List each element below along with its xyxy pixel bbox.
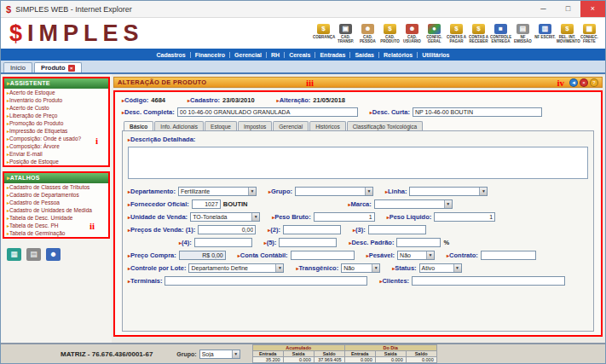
menu-item-entradas[interactable]: Entradas <box>315 52 349 58</box>
close-button[interactable]: × <box>580 1 605 17</box>
assistente-item[interactable]: Liberação de Preço <box>4 112 108 119</box>
preco-2-input[interactable] <box>283 225 341 234</box>
maximize-button[interactable]: □ <box>556 1 580 17</box>
clientes-input[interactable] <box>412 276 565 286</box>
assistente-item[interactable]: Promoção do Produto <box>4 119 108 127</box>
grid-icon[interactable]: ▦ <box>7 248 21 261</box>
terminais-label: Terminais: <box>128 277 162 285</box>
codigo-label: Código: <box>122 96 148 104</box>
assistente-item[interactable]: Acerto de Estoque <box>4 89 108 96</box>
marca-select[interactable] <box>374 199 453 209</box>
users-icon[interactable]: ☻ <box>46 248 61 261</box>
menu-item-relatorios[interactable]: Relatórios <box>378 52 417 58</box>
assistente-item[interactable]: Enviar E-mail <box>4 150 108 158</box>
product-form: Código: 4684 Cadastro: 23/03/2010 Altera… <box>113 90 603 337</box>
assistente-item[interactable]: Posição de Estoque <box>4 158 108 165</box>
assistente-item[interactable]: Composição: Onde é usado? <box>4 135 108 142</box>
preco-3-input[interactable] <box>368 225 426 234</box>
toolbar-button[interactable]: $REL. INT. MOVIMENTO <box>557 23 578 43</box>
codigo-value: 4684 <box>151 96 165 104</box>
departamento-select[interactable]: Fertilizante <box>178 187 257 196</box>
conta-contabil-input[interactable] <box>291 251 355 260</box>
toolbar-button[interactable]: ▤NF EMISSÃO <box>512 23 534 43</box>
preco-compra-label: Preço Compra: <box>128 251 176 259</box>
fornecedor-codigo-input[interactable] <box>192 199 221 209</box>
clientes-label: Clientes: <box>379 277 409 285</box>
toolbar-button[interactable]: ▦CONHEC. FRETE <box>579 23 600 43</box>
grupo-select[interactable] <box>295 187 373 196</box>
toolbar-button[interactable]: ▥NF ESCRIT. <box>534 23 556 39</box>
atalhos-item[interactable]: Cadastro de Departamentos <box>4 191 108 199</box>
page-nav-buttons: ◄ × ? <box>569 78 598 87</box>
peso-liquido-input[interactable] <box>434 212 495 222</box>
tab-produto[interactable]: Produto× <box>34 62 82 72</box>
tab-inicio[interactable]: Início <box>3 62 32 72</box>
preco-5-input[interactable] <box>279 238 337 247</box>
main-menu: Cadastros Financeiro Gerencial RH Cereai… <box>1 49 605 61</box>
preco-4-input[interactable] <box>194 238 252 247</box>
status-select[interactable]: Ativo <box>419 263 462 273</box>
assistente-item[interactable]: Impressão de Etiquetas <box>4 127 108 135</box>
toolbar-button[interactable]: $CONTAS A PAGAR <box>446 23 467 43</box>
terminais-input[interactable] <box>164 276 367 286</box>
toolbar-button[interactable]: $COBRANÇA <box>313 23 334 39</box>
preco-2-label: (2): <box>268 226 280 234</box>
close-page-button[interactable]: × <box>580 78 588 87</box>
conta-contabil-label: Conta Contábil: <box>238 251 288 259</box>
chevron-down-icon <box>275 264 283 272</box>
assistente-item[interactable]: Composição: Árvore <box>4 142 108 150</box>
toolbar-button[interactable]: $CONTAS A RECEBER <box>468 23 489 43</box>
dodia-saldo-value: 0.000 <box>406 357 436 363</box>
toolbar-button[interactable]: ▣CAD. TRANSP. <box>335 23 356 43</box>
toolbar-button[interactable]: ■CONTROLE ENTREGA <box>490 23 511 43</box>
atalhos-item[interactable]: Cadastro de Unidades de Medida <box>4 206 108 214</box>
controle-lote-select[interactable]: Departamento Define <box>188 263 284 273</box>
annotation-iii: iii <box>306 78 314 88</box>
printer-icon[interactable]: ▤ <box>26 248 41 261</box>
unidade-venda-select[interactable]: TO-Tonelada <box>190 212 260 222</box>
preco-compra-input[interactable] <box>179 251 226 260</box>
desc-curta-input[interactable] <box>413 107 542 117</box>
back-button[interactable]: ◄ <box>569 78 578 87</box>
alteracao-label: Alteração: <box>277 96 311 104</box>
menu-item-financeiro[interactable]: Financeiro <box>190 52 229 58</box>
descricao-detalhada-textarea[interactable] <box>128 147 588 179</box>
linha-select[interactable] <box>409 187 488 196</box>
atalhos-item[interactable]: Cadastro de Classes de Tributos <box>4 183 108 191</box>
saldo-header: Saldo <box>406 351 436 357</box>
pesavel-select[interactable]: Não <box>397 251 435 260</box>
entrada-header: Entrada <box>252 351 283 357</box>
desc-completa-input[interactable] <box>177 107 358 117</box>
transgenico-select[interactable]: Não <box>341 263 380 273</box>
person-icon: ☻ <box>406 24 418 34</box>
menu-item-saidas[interactable]: Saídas <box>349 52 378 58</box>
peso-bruto-input[interactable] <box>314 212 375 222</box>
help-button[interactable]: ? <box>590 78 598 87</box>
menu-item-cadastros[interactable]: Cadastros <box>152 52 189 58</box>
menu-item-rh[interactable]: RH <box>266 52 284 58</box>
toolbar-button[interactable]: ●CONFIG. GERAL <box>424 23 445 43</box>
desc-padrao-input[interactable] <box>396 238 441 247</box>
footer-grupo-select[interactable]: Soja <box>199 350 240 359</box>
preco-1-input[interactable] <box>198 225 256 234</box>
toolbar-button[interactable]: $CAD. PRODUTO <box>379 23 401 43</box>
alteracao-value: 21/05/2018 <box>313 96 345 104</box>
toolbar-button[interactable]: ☻CAD. PESSOA <box>357 23 378 43</box>
minimize-button[interactable]: ─ <box>531 1 556 17</box>
money-bag-icon: $ <box>317 24 330 34</box>
menu-item-cereais[interactable]: Cereais <box>284 52 315 58</box>
document-icon: ▥ <box>539 24 551 34</box>
desc-completa-label: Desc. Completa: <box>122 108 175 116</box>
chevron-down-icon <box>444 200 452 208</box>
ie-window: $ SIMPLES WEB - Internet Explorer ─ □ × … <box>0 0 606 364</box>
toolbar-button[interactable]: ☻CAD. USUÁRIO <box>401 23 423 43</box>
assistente-item[interactable]: Inventário do Produto <box>4 96 108 104</box>
close-tab-icon[interactable]: × <box>68 65 75 72</box>
menu-item-gerencial[interactable]: Gerencial <box>229 52 266 58</box>
chevron-down-icon <box>372 264 379 272</box>
contrato-input[interactable] <box>481 251 536 260</box>
menu-item-utilitarios[interactable]: Utilitários <box>417 52 453 58</box>
peso-bruto-label: Peso Bruto: <box>272 213 311 221</box>
atalhos-item[interactable]: Cadastro de Pessoa <box>4 199 108 206</box>
assistente-item[interactable]: Acerto de Custo <box>4 104 108 112</box>
